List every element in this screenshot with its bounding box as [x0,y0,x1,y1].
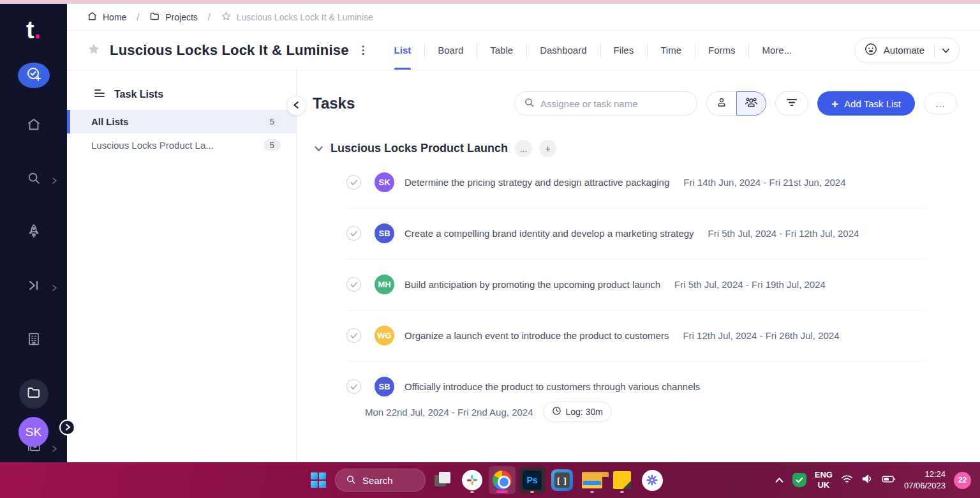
chevron-right-icon [51,283,57,294]
task-title[interactable]: Determine the pricing strategy and desig… [405,177,669,188]
tab-board[interactable]: Board [424,31,477,70]
taskbar-search[interactable]: Search [335,469,426,492]
assignee-avatar[interactable]: SB [375,377,394,396]
tab-dashboard[interactable]: Dashboard [526,31,600,70]
task-search[interactable] [514,91,697,116]
task-title[interactable]: Organize a launch event to introduce the… [405,330,669,341]
task-title[interactable]: Create a compelling brand identity and d… [405,228,694,239]
tab-files[interactable]: Files [600,31,648,70]
people-icon [745,96,758,110]
add-task-list-button[interactable]: + Add Task List [817,91,915,116]
list-item-product-launch[interactable]: Luscious Locks Product La... 5 [67,133,296,157]
clock-date[interactable]: 12:2407/06/2023 [904,469,946,491]
automate-button[interactable]: Automate [854,38,960,63]
complete-task-checkbox[interactable] [346,226,361,241]
volume-icon[interactable] [861,474,873,487]
running-indicator [470,491,474,493]
task-list-title[interactable]: Luscious Locks Product Launch [330,142,508,155]
sidebar-item-home[interactable] [19,111,48,140]
home-icon [87,11,98,24]
task-dates[interactable]: Fri 12th Jul, 2024 - Fri 26th Jul, 2024 [683,330,839,341]
count-badge: 5 [264,116,281,128]
rocket-icon [26,223,41,243]
task-dates[interactable]: Mon 22nd Jul, 2024 - Fri 2nd Aug, 2024 [365,407,533,418]
panel-collapse-button[interactable] [286,96,306,116]
breadcrumb-projects[interactable]: Projects [149,11,198,24]
tasks-more-button[interactable]: ... [924,93,957,114]
tab-more[interactable]: More... [748,31,805,70]
chevron-down-icon[interactable] [314,143,323,155]
tab-table[interactable]: Table [477,31,526,70]
star-icon[interactable] [87,42,101,59]
app-sidebar: t. SK [0,4,67,462]
chevron-down-icon[interactable] [942,45,950,56]
task-view-button[interactable] [429,466,456,494]
assignee-avatar[interactable]: SB [375,223,394,243]
breadcrumb-home[interactable]: Home [87,11,126,24]
running-indicator [620,491,624,493]
time-log-badge[interactable]: Log: 30m [543,402,612,422]
sidebar-item-clockin[interactable] [19,272,48,301]
filter-icon [786,98,798,109]
assignee-view-toggle [706,91,766,116]
task-lists-header: Task Lists [67,70,296,110]
single-assignee-toggle[interactable] [706,91,736,116]
notification-badge[interactable]: 22 [954,472,971,489]
check-plus-icon [26,66,41,84]
task-dates[interactable]: Fri 14th Jun, 2024 - Fri 21st Jun, 2024 [683,177,845,188]
task-title[interactable]: Officially introduce the product to cust… [405,381,700,392]
start-button[interactable] [305,466,332,494]
list-item-all-lists[interactable]: All Lists 5 [67,110,296,133]
sidebar-item-search[interactable] [19,165,48,194]
security-shield-icon[interactable] [792,473,806,487]
slack-app-button[interactable] [459,466,486,494]
sticky-notes-button[interactable] [609,466,635,494]
search-icon [524,97,535,110]
task-view-icon [439,472,450,483]
language-indicator[interactable]: ENGUK [815,470,833,491]
teamwork-logo: t. [26,18,41,42]
task-dates[interactable]: Fri 5th Jul, 2024 - Fri 12th Jul, 2024 [708,228,859,239]
tab-list[interactable]: List [381,31,425,70]
sidebar-item-launchpad[interactable] [19,218,48,248]
chrome-app-button[interactable] [489,466,516,494]
tray-expand-icon[interactable] [775,474,784,486]
chevron-right-icon [64,422,71,434]
editor-app-button[interactable]: [ ] [549,466,575,494]
photoshop-app-button[interactable]: Ps [519,466,546,494]
quick-add-button[interactable] [18,63,50,88]
file-explorer-button[interactable] [579,466,605,494]
complete-task-checkbox[interactable] [346,175,361,190]
search-icon [346,474,356,487]
complete-task-checkbox[interactable] [346,328,361,343]
view-tabs: List Board Table Dashboard Files Time Fo… [381,31,806,70]
flower-app-button[interactable] [639,466,665,494]
tab-time[interactable]: Time [647,31,695,70]
search-icon [27,171,41,188]
section-more-button[interactable]: ... [515,140,532,157]
sidebar-item-projects[interactable] [19,379,48,409]
complete-task-checkbox[interactable] [346,277,361,292]
complete-task-checkbox[interactable] [346,379,361,394]
home-icon [26,117,41,135]
sidebar-item-company[interactable] [19,326,48,355]
project-menu-icon[interactable]: ⋮ [358,43,369,57]
breadcrumb-separator: / [204,12,214,22]
search-input[interactable] [540,98,688,109]
user-avatar[interactable]: SK [19,417,48,447]
tab-forms[interactable]: Forms [695,31,749,70]
assignee-avatar[interactable]: SK [375,172,394,192]
assignee-avatar[interactable]: MH [375,275,394,294]
sidebar-expand-button[interactable] [59,419,75,435]
task-dates[interactable]: Fri 5th Jul, 2024 - Fri 19th Jul, 2024 [674,279,826,290]
assignee-avatar[interactable]: WG [375,326,394,345]
group-assignee-toggle[interactable] [736,91,766,116]
breadcrumb-separator: / [133,12,143,22]
section-add-button[interactable]: + [539,140,556,157]
filter-button[interactable] [775,91,808,116]
task-title[interactable]: Build anticipation by promoting the upco… [405,279,660,290]
photoshop-icon: Ps [519,467,546,494]
chevron-left-icon [293,100,300,112]
wifi-icon[interactable] [841,474,853,487]
battery-icon[interactable] [882,474,896,486]
